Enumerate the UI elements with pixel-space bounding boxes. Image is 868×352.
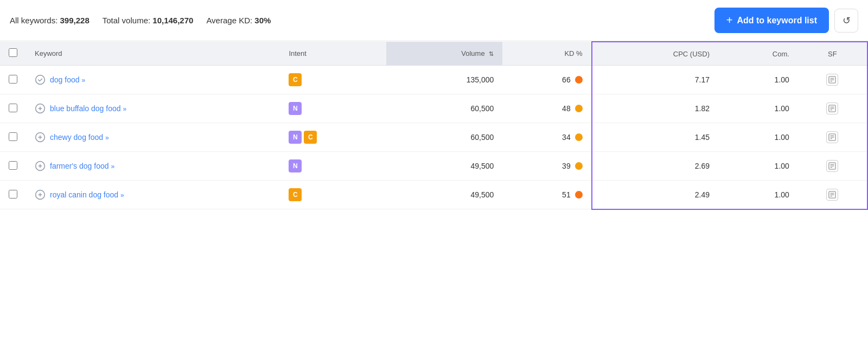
- header-sf: SF: [798, 42, 867, 66]
- intent-badge-n: N: [289, 102, 302, 115]
- row-keyword-cell: chewy dog food »: [26, 123, 280, 152]
- all-keywords-label: All keywords:: [10, 16, 58, 25]
- plus-circle-icon: [35, 103, 46, 114]
- volume-sort-icon: ⇅: [489, 50, 494, 57]
- row-volume-cell: 49,500: [386, 152, 502, 181]
- row-kd-cell: 39: [502, 152, 591, 181]
- row-kd-cell: 51: [502, 181, 591, 209]
- refresh-icon: ↺: [843, 15, 851, 27]
- keyword-link[interactable]: chewy dog food »: [50, 133, 109, 142]
- add-to-keyword-list-button[interactable]: + Add to keyword list: [714, 8, 829, 33]
- intent-badge-c: C: [289, 188, 302, 201]
- row-checkbox-cell: [0, 66, 26, 94]
- row-checkbox[interactable]: [9, 75, 17, 84]
- table-row: royal canin dog food » C49,500 51 2.491.…: [0, 181, 867, 209]
- keyword-link[interactable]: royal canin dog food »: [50, 190, 124, 199]
- chevron-double-icon: »: [123, 105, 126, 113]
- intent-badge-c: C: [289, 73, 302, 86]
- keywords-table-container: Keyword Intent Volume ⇅ KD % CPC (USD) C…: [0, 41, 868, 210]
- header-volume[interactable]: Volume ⇅: [386, 42, 502, 66]
- serp-features-icon[interactable]: [826, 131, 838, 143]
- top-bar: All keywords: 399,228 Total volume: 10,1…: [0, 0, 868, 41]
- row-com-cell: 1.00: [718, 66, 798, 94]
- serp-features-icon[interactable]: [826, 74, 838, 86]
- row-sf-cell: [798, 123, 867, 152]
- row-checkbox-cell: [0, 181, 26, 209]
- select-all-checkbox[interactable]: [9, 48, 17, 57]
- check-circle-icon: [35, 74, 46, 85]
- row-kd-cell: 48: [502, 94, 591, 123]
- kd-difficulty-dot: [575, 105, 583, 112]
- kd-difficulty-dot: [575, 191, 583, 199]
- header-kd: KD %: [502, 42, 591, 66]
- add-button-label: Add to keyword list: [737, 16, 817, 25]
- plus-circle-icon: [35, 132, 46, 143]
- plus-circle-icon: [35, 161, 46, 171]
- plus-circle-icon: [35, 189, 46, 200]
- refresh-button[interactable]: ↺: [834, 9, 858, 33]
- chevron-double-icon: »: [111, 163, 114, 170]
- row-sf-cell: [798, 94, 867, 123]
- row-com-cell: 1.00: [718, 123, 798, 152]
- row-checkbox-cell: [0, 152, 26, 181]
- keyword-link[interactable]: farmer's dog food »: [50, 162, 114, 170]
- row-kd-cell: 66: [502, 66, 591, 94]
- row-com-cell: 1.00: [718, 152, 798, 181]
- row-checkbox[interactable]: [9, 190, 17, 199]
- header-cpc: CPC (USD): [592, 42, 718, 66]
- chevron-double-icon: »: [120, 191, 124, 199]
- kd-value: 48: [562, 104, 571, 113]
- row-cpc-cell: 7.17: [592, 66, 718, 94]
- serp-features-icon[interactable]: [826, 103, 838, 114]
- table-row: farmer's dog food » N49,500 39 2.691.00: [0, 152, 867, 181]
- row-volume-cell: 60,500: [386, 123, 502, 152]
- plus-icon: +: [726, 14, 733, 27]
- svg-point-0: [36, 75, 45, 85]
- row-keyword-cell: dog food »: [26, 66, 280, 94]
- kd-value: 51: [562, 190, 571, 199]
- row-com-cell: 1.00: [718, 94, 798, 123]
- row-keyword-cell: farmer's dog food »: [26, 152, 280, 181]
- row-checkbox[interactable]: [9, 104, 17, 112]
- total-volume-value: 10,146,270: [152, 16, 193, 25]
- all-keywords-value: 399,228: [60, 16, 90, 25]
- header-com: Com.: [718, 42, 798, 66]
- row-sf-cell: [798, 181, 867, 209]
- header-keyword: Keyword: [26, 42, 280, 66]
- row-intent-cell: NC: [280, 123, 386, 152]
- kd-value: 39: [562, 162, 571, 170]
- row-checkbox[interactable]: [9, 161, 17, 170]
- total-volume-label: Total volume:: [103, 16, 150, 25]
- avg-kd-label: Average KD:: [206, 16, 252, 25]
- all-keywords-stat: All keywords: 399,228: [10, 16, 90, 25]
- row-volume-cell: 60,500: [386, 94, 502, 123]
- row-kd-cell: 34: [502, 123, 591, 152]
- kd-difficulty-dot: [575, 162, 583, 170]
- row-checkbox-cell: [0, 94, 26, 123]
- row-checkbox-cell: [0, 123, 26, 152]
- row-sf-cell: [798, 152, 867, 181]
- chevron-double-icon: »: [81, 76, 85, 84]
- kd-difficulty-dot: [575, 76, 583, 84]
- table-row: dog food » C135,000 66 7.171.00: [0, 66, 867, 94]
- row-keyword-cell: blue buffalo dog food »: [26, 94, 280, 123]
- serp-features-icon[interactable]: [826, 189, 838, 201]
- row-keyword-cell: royal canin dog food »: [26, 181, 280, 209]
- row-intent-cell: C: [280, 181, 386, 209]
- avg-kd-stat: Average KD: 30%: [206, 16, 271, 25]
- keyword-link[interactable]: dog food »: [50, 75, 85, 84]
- keyword-link[interactable]: blue buffalo dog food »: [50, 104, 126, 113]
- row-cpc-cell: 1.82: [592, 94, 718, 123]
- row-volume-cell: 135,000: [386, 66, 502, 94]
- row-sf-cell: [798, 66, 867, 94]
- intent-badge-c: C: [304, 131, 317, 144]
- chevron-double-icon: »: [105, 134, 109, 142]
- intent-badge-n: N: [289, 159, 302, 172]
- row-checkbox[interactable]: [9, 132, 17, 141]
- row-com-cell: 1.00: [718, 181, 798, 209]
- serp-features-icon[interactable]: [826, 160, 838, 172]
- header-checkbox-cell: [0, 42, 26, 66]
- intent-badge-n: N: [289, 131, 302, 144]
- table-header-row: Keyword Intent Volume ⇅ KD % CPC (USD) C…: [0, 42, 867, 66]
- stats-area: All keywords: 399,228 Total volume: 10,1…: [10, 16, 714, 25]
